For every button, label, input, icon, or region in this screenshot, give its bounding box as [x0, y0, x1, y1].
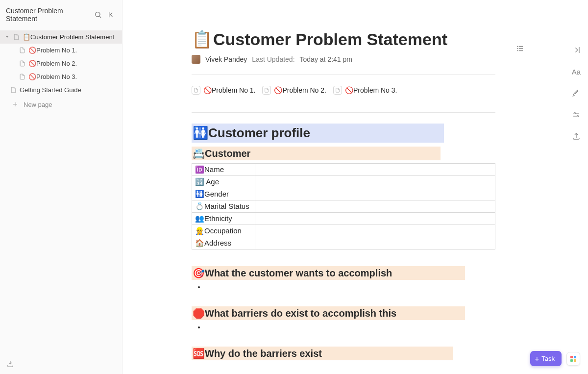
- author-name[interactable]: Vivek Pandey: [205, 55, 247, 63]
- field-value[interactable]: [255, 164, 495, 176]
- divider: [192, 75, 495, 75]
- subpage-chip-3[interactable]: 🚫Problem No 3.: [333, 86, 397, 95]
- toc-icon[interactable]: [515, 44, 524, 55]
- table-row[interactable]: 🚻Gender: [192, 188, 495, 200]
- table-row[interactable]: 💍Marital Status: [192, 200, 495, 213]
- ai-sparkle-icon[interactable]: [570, 87, 582, 99]
- sidebar-header: Customer Problem Statement: [0, 0, 122, 29]
- page-icon: [10, 87, 17, 94]
- chip-label: 🚫Problem No 3.: [345, 86, 397, 94]
- page-title[interactable]: 📋Customer Problem Statement: [192, 29, 495, 49]
- chip-label: 🚫Problem No 2.: [274, 86, 326, 94]
- main: 📋Customer Problem Statement Vivek Pandey…: [122, 0, 588, 374]
- new-page-label: New page: [24, 101, 52, 108]
- new-page-button[interactable]: + New page: [0, 98, 122, 111]
- heading-customer[interactable]: 📇Customer: [192, 147, 441, 160]
- tree-item-label: Getting Started Guide: [20, 86, 81, 94]
- page-icon: [19, 74, 25, 80]
- apps-icon: [570, 356, 576, 362]
- author-avatar[interactable]: [192, 55, 200, 64]
- workspace-title: Customer Problem Statement: [6, 7, 93, 23]
- updated-label: Last Updated:: [252, 55, 294, 63]
- heading-accomplish[interactable]: 🎯What the customer wants to accomplish: [192, 266, 465, 280]
- task-label: Task: [541, 355, 555, 362]
- barriers-list[interactable]: [192, 323, 495, 332]
- field-value[interactable]: [255, 225, 495, 237]
- table-row[interactable]: 🔢 Age: [192, 176, 495, 188]
- page-icon: [19, 47, 25, 54]
- table-row[interactable]: 🆔Name: [192, 164, 495, 176]
- tree-item-getting-started[interactable]: Getting Started Guide: [0, 83, 122, 97]
- field-label[interactable]: 👷Occupation: [192, 225, 255, 237]
- tree-item-label: 📋Customer Problem Statement: [23, 33, 114, 41]
- customer-table[interactable]: 🆔Name🔢 Age🚻Gender💍Marital Status👥Ethnici…: [192, 163, 495, 249]
- share-icon[interactable]: [570, 130, 582, 142]
- chevron-down-icon[interactable]: [4, 35, 10, 39]
- field-label[interactable]: 👥Ethnicity: [192, 213, 255, 225]
- page-icon: [192, 86, 200, 95]
- subpage-chips: 🚫Problem No 1. 🚫Problem No 2. 🚫Problem N…: [192, 86, 495, 95]
- tree-item-label: 🚫Problem No 3.: [28, 73, 77, 80]
- updated-value: Today at 2:41 pm: [300, 55, 352, 63]
- page-title-text: Customer Problem Statement: [213, 30, 447, 49]
- page-tree: 📋Customer Problem Statement 🚫Problem No …: [0, 29, 122, 98]
- sidebar: Customer Problem Statement 📋Customer Pro…: [0, 0, 122, 374]
- field-label[interactable]: 🏠Address: [192, 237, 255, 249]
- page-icon: [333, 86, 342, 95]
- chip-label: 🚫Problem No 1.: [203, 86, 255, 94]
- expand-icon[interactable]: [570, 44, 582, 56]
- page-emoji: 📋: [192, 29, 212, 49]
- heading-barriers[interactable]: 🛑What barriers do exist to accomplish th…: [192, 306, 465, 320]
- table-row[interactable]: 👥Ethnicity: [192, 213, 495, 225]
- tree-item-problem-3[interactable]: 🚫Problem No 3.: [0, 70, 122, 83]
- collapse-sidebar-icon[interactable]: [106, 9, 117, 20]
- plus-icon: +: [12, 100, 19, 108]
- subpage-chip-2[interactable]: 🚫Problem No 2.: [262, 86, 326, 95]
- page-icon: [19, 60, 25, 67]
- subpage-chip-1[interactable]: 🚫Problem No 1.: [192, 86, 255, 95]
- field-label[interactable]: 💍Marital Status: [192, 200, 255, 213]
- task-button[interactable]: + Task: [530, 351, 562, 366]
- divider: [192, 112, 495, 113]
- field-value[interactable]: [255, 176, 495, 188]
- tree-item-problem-2[interactable]: 🚫Problem No 2.: [0, 57, 122, 70]
- table-row[interactable]: 🏠Address: [192, 237, 495, 249]
- tree-item-problem-1[interactable]: 🚫Problem No 1.: [0, 44, 122, 57]
- accomplish-list[interactable]: [192, 283, 495, 292]
- page-icon: [13, 34, 20, 41]
- search-icon[interactable]: [93, 9, 103, 20]
- page-meta: Vivek Pandey Last Updated: Today at 2:41…: [192, 55, 495, 64]
- svg-point-1: [574, 113, 576, 114]
- page-icon: [262, 86, 271, 95]
- tree-item-label: 🚫Problem No 1.: [28, 47, 77, 54]
- svg-point-2: [577, 116, 579, 117]
- tree-item-customer-problem-statement[interactable]: 📋Customer Problem Statement: [0, 30, 122, 44]
- heading-customer-profile[interactable]: 🚻Customer profile: [192, 124, 444, 143]
- tree-item-label: 🚫Problem No 2.: [28, 60, 77, 67]
- field-value[interactable]: [255, 200, 495, 213]
- field-label[interactable]: 🚻Gender: [192, 188, 255, 200]
- heading-why-barriers[interactable]: 🆘Why do the barriers exist: [192, 347, 453, 360]
- typography-icon[interactable]: Aa: [570, 66, 582, 77]
- right-rail: Aa: [564, 0, 588, 374]
- field-label[interactable]: 🆔Name: [192, 164, 255, 176]
- field-label[interactable]: 🔢 Age: [192, 176, 255, 188]
- field-value[interactable]: [255, 237, 495, 249]
- apps-button[interactable]: [566, 352, 580, 366]
- field-value[interactable]: [255, 213, 495, 225]
- import-icon[interactable]: [5, 358, 16, 369]
- field-value[interactable]: [255, 188, 495, 200]
- settings-icon[interactable]: [570, 109, 582, 121]
- plus-icon: +: [535, 354, 539, 363]
- document-content[interactable]: 📋Customer Problem Statement Vivek Pandey…: [172, 0, 515, 374]
- svg-point-0: [96, 12, 100, 17]
- table-row[interactable]: 👷Occupation: [192, 225, 495, 237]
